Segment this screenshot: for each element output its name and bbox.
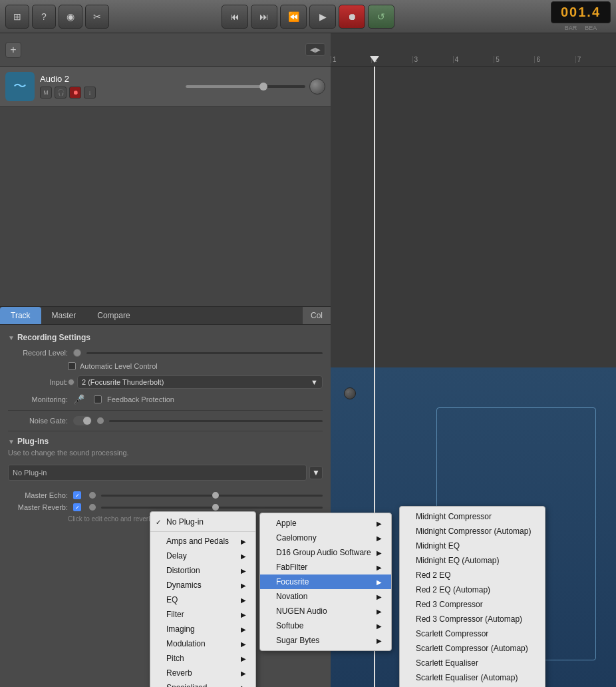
menu-item-scarlett-comp[interactable]: Scarlett Compressor bbox=[400, 626, 545, 641]
tab-track[interactable]: Track bbox=[0, 307, 41, 324]
menu-item-scarlett-comp-auto[interactable]: Scarlett Compressor (Automap) bbox=[400, 641, 545, 656]
master-reverb-label: Master Reverb: bbox=[8, 503, 68, 511]
noise-gate-slider-thumb[interactable] bbox=[97, 417, 104, 424]
time-display: 001.4 bbox=[551, 1, 611, 23]
menu-item-specialized[interactable]: Specialized ▶ bbox=[150, 680, 255, 687]
menu-item-scarlett-eq[interactable]: Scarlett Equaliser bbox=[400, 656, 545, 670]
monitoring-row: Monitoring: 🎤 Feedback Protection bbox=[8, 394, 323, 405]
scarlett-comp-label: Scarlett Compressor bbox=[416, 629, 488, 638]
focusrite-menu: Midnight Compressor Midnight Compressor … bbox=[399, 506, 545, 687]
amps-arrow-icon: ▶ bbox=[241, 538, 246, 545]
menu-item-novation[interactable]: Novation ▶ bbox=[260, 589, 391, 604]
midnight-eq-label: Midnight EQ bbox=[416, 541, 460, 551]
distortion-label: Distortion bbox=[166, 566, 200, 575]
input-dropdown[interactable]: 2 (Focusrite Thunderbolt) ▼ bbox=[77, 375, 323, 389]
master-echo-checkbox[interactable]: ✓ bbox=[73, 491, 81, 499]
scissors-button[interactable]: ✂ bbox=[85, 5, 109, 29]
menu-item-midnight-eq[interactable]: Midnight EQ bbox=[400, 539, 545, 553]
auto-level-checkbox[interactable] bbox=[68, 362, 76, 370]
menu-item-amps[interactable]: Amps and Pedals ▶ bbox=[150, 534, 255, 549]
master-reverb-checkbox[interactable]: ✓ bbox=[73, 503, 81, 511]
apple-label: Apple bbox=[276, 519, 297, 528]
auto-level-row: Automatic Level Control bbox=[68, 362, 323, 370]
track-controls: M 🎧 ⏺ ↓ bbox=[40, 87, 180, 99]
menu-item-nugen[interactable]: NUGEN Audio ▶ bbox=[260, 604, 391, 618]
tab-col[interactable]: Col bbox=[303, 307, 331, 324]
lcd-button[interactable]: ◉ bbox=[59, 5, 82, 29]
record-level-thumb[interactable] bbox=[73, 349, 81, 357]
headphone-button[interactable]: 🎧 bbox=[55, 87, 67, 99]
rewind-button[interactable]: ⏮ bbox=[222, 5, 248, 29]
modulation-arrow-icon: ▶ bbox=[241, 640, 246, 648]
master-reverb-slider[interactable] bbox=[101, 507, 323, 509]
menu-item-midnight-comp[interactable]: Midnight Compressor bbox=[400, 509, 545, 524]
menu-item-sugar-bytes[interactable]: Sugar Bytes ▶ bbox=[260, 633, 391, 648]
sugar-bytes-label: Sugar Bytes bbox=[276, 636, 319, 645]
play-button[interactable]: ▶ bbox=[309, 5, 336, 29]
plugin-expand-button[interactable]: ▼ bbox=[309, 466, 323, 479]
input-monitor-button[interactable]: ↓ bbox=[84, 87, 96, 99]
menu-item-midnight-comp-auto[interactable]: Midnight Compressor (Automap) bbox=[400, 524, 545, 539]
ruler-mark-6: 6 bbox=[534, 56, 575, 63]
recording-settings-header: ▼ Recording Settings bbox=[8, 333, 323, 342]
menu-item-imaging[interactable]: Imaging ▶ bbox=[150, 622, 255, 636]
menu-item-caelomony[interactable]: Caelomony ▶ bbox=[260, 531, 391, 545]
master-reverb-slider-thumb[interactable] bbox=[89, 504, 96, 511]
menu-item-apple[interactable]: Apple ▶ bbox=[260, 516, 391, 531]
ruler-mark-7: 7 bbox=[575, 56, 616, 63]
master-echo-slider-thumb[interactable] bbox=[89, 492, 96, 499]
master-echo-slider[interactable] bbox=[101, 495, 323, 497]
nugen-label: NUGEN Audio bbox=[276, 606, 327, 616]
pan-knob[interactable] bbox=[309, 79, 325, 95]
fast-forward-button[interactable]: ⏭ bbox=[251, 5, 277, 29]
reverb-arrow-icon: ▶ bbox=[241, 670, 246, 677]
add-track-button[interactable]: + bbox=[5, 42, 21, 58]
menu-item-distortion[interactable]: Distortion ▶ bbox=[150, 563, 255, 578]
menu-item-softube[interactable]: Softube ▶ bbox=[260, 618, 391, 633]
menu-item-delay[interactable]: Delay ▶ bbox=[150, 549, 255, 563]
no-plugin-label: No Plug-in bbox=[166, 517, 204, 527]
tab-master[interactable]: Master bbox=[41, 307, 87, 324]
menu-item-fabfilter[interactable]: FabFilter ▶ bbox=[260, 560, 391, 574]
menu-item-pitch[interactable]: Pitch ▶ bbox=[150, 651, 255, 666]
record-enable-button[interactable]: ⏺ bbox=[69, 87, 81, 99]
fabfilter-arrow-icon: ▶ bbox=[377, 564, 382, 571]
noise-gate-slider[interactable] bbox=[109, 420, 323, 422]
menu-item-red2-eq[interactable]: Red 2 EQ bbox=[400, 568, 545, 582]
smart-controls-button[interactable]: ⊞ bbox=[5, 5, 29, 29]
plugin-dropdown[interactable]: No Plug-in bbox=[8, 465, 307, 481]
red2-eq-label: Red 2 EQ bbox=[416, 571, 451, 580]
menu-item-red3-comp-auto[interactable]: Red 3 Compressor (Automap) bbox=[400, 612, 545, 626]
midnight-comp-auto-label: Midnight Compressor (Automap) bbox=[416, 527, 531, 536]
menu-item-d16[interactable]: D16 Group Audio Software ▶ bbox=[260, 545, 391, 560]
menu-item-red3-comp[interactable]: Red 3 Compressor bbox=[400, 597, 545, 612]
record-button[interactable]: ⏺ bbox=[339, 5, 365, 29]
menu-item-dynamics[interactable]: Dynamics ▶ bbox=[150, 578, 255, 592]
menu-item-midnight-eq-auto[interactable]: Midnight EQ (Automap) bbox=[400, 553, 545, 568]
feedback-checkbox[interactable] bbox=[94, 395, 102, 403]
collapse-button[interactable]: ◀▶ bbox=[305, 43, 325, 56]
mute-button[interactable]: M bbox=[40, 87, 52, 99]
menu-item-focusrite[interactable]: Focusrite ▶ bbox=[260, 574, 391, 589]
menu-item-no-plugin[interactable]: No Plug-in bbox=[150, 515, 255, 529]
red3-comp-label: Red 3 Compressor bbox=[416, 600, 483, 609]
volume-slider-container bbox=[186, 79, 326, 95]
track-name: Audio 2 bbox=[40, 74, 180, 84]
noise-gate-toggle[interactable] bbox=[73, 416, 92, 425]
menu-item-filter[interactable]: Filter ▶ bbox=[150, 607, 255, 622]
dropdown-arrow-icon: ▼ bbox=[311, 378, 318, 386]
menu-item-red2-eq-auto[interactable]: Red 2 EQ (Automap) bbox=[400, 582, 545, 597]
auto-level-label: Automatic Level Control bbox=[80, 362, 158, 370]
cycle-button[interactable]: ↺ bbox=[368, 5, 394, 29]
tab-compare[interactable]: Compare bbox=[86, 307, 140, 324]
help-button[interactable]: ? bbox=[32, 5, 56, 29]
menu-item-reverb[interactable]: Reverb ▶ bbox=[150, 666, 255, 680]
menu-item-modulation[interactable]: Modulation ▶ bbox=[150, 636, 255, 651]
skip-back-button[interactable]: ⏪ bbox=[280, 5, 307, 29]
ruler-marks: 1 2 3 4 5 6 7 bbox=[331, 56, 616, 63]
plugins-triangle: ▼ bbox=[8, 438, 15, 445]
menu-item-eq[interactable]: EQ ▶ bbox=[150, 592, 255, 607]
volume-track[interactable] bbox=[186, 85, 306, 88]
menu-item-scarlett-eq-auto[interactable]: Scarlett Equaliser (Automap) bbox=[400, 670, 545, 685]
record-level-slider[interactable] bbox=[86, 352, 323, 354]
